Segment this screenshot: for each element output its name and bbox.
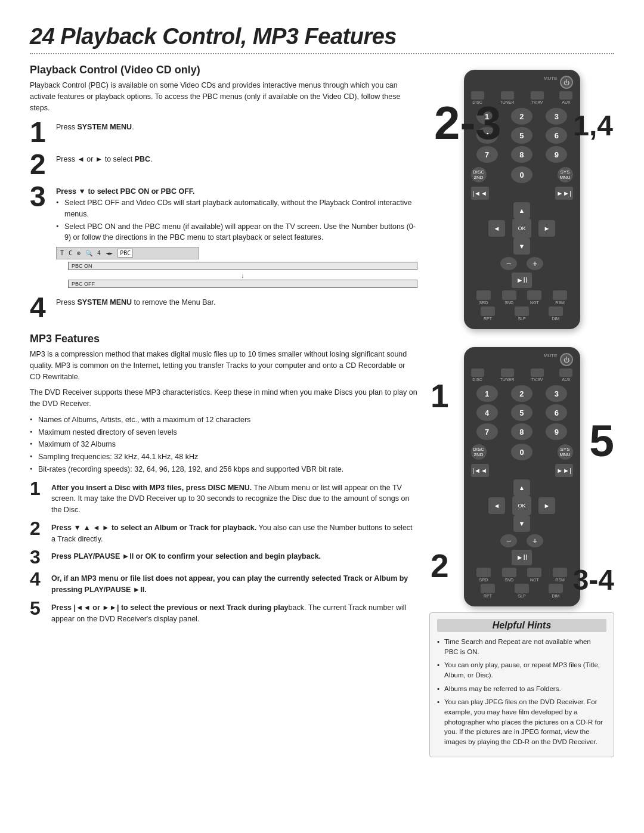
bot-disc-btn[interactable]: DISC (471, 368, 484, 382)
step-3-bullet-1: Select PBC OFF and Video CDs will start … (56, 197, 417, 220)
tvav-btn[interactable]: TV/AV (531, 91, 544, 104)
mp3-feature-3: Maximum of 32 Albums (30, 439, 417, 450)
surround-btn[interactable]: SRD (476, 290, 491, 305)
hint-3: Albums may be referred to as Folders. (437, 684, 606, 694)
bot-power-button[interactable]: ⏻ (560, 353, 573, 366)
step-4-text: Press SYSTEM MENU to remove the Menu Bar… (56, 297, 215, 308)
bot-dpad-right[interactable]: ► (538, 497, 555, 514)
dpad-left[interactable]: ◄ (488, 220, 505, 237)
bot-tuner-btn[interactable]: TUNER (500, 368, 514, 382)
bot-repeat-btn[interactable]: RPT (481, 584, 495, 598)
vol-plus[interactable]: + (527, 257, 543, 270)
bot-num-7[interactable]: 7 (476, 423, 498, 440)
step-1-row: 1 Press SYSTEM MENU. (30, 118, 417, 147)
aux-btn[interactable]: AUX (559, 91, 572, 104)
bot-mute-label: MUTE (544, 353, 558, 366)
bot-surround-btn[interactable]: SRD (476, 568, 491, 582)
bot-num-0[interactable]: 0 (511, 444, 532, 460)
menu-item-4: 4 (97, 250, 101, 256)
mp3-step-2-row: 2 Press ▼ ▲ ◄ ► to select an Album or Tr… (30, 519, 417, 545)
bot-dim-btn[interactable]: DIM (549, 584, 563, 598)
sleep-btn[interactable]: SLP (515, 306, 529, 321)
mp3-step-4-row: 4 Or, if an MP3 menu or file list does n… (30, 569, 417, 596)
mp3-step-2-num: 2 (30, 519, 48, 538)
section1-intro: Playback Control (PBC) is available on s… (30, 80, 417, 113)
prev-btn[interactable]: |◄◄ (471, 187, 489, 200)
menu-item-search: 🔍 (85, 250, 92, 256)
bot-disc-2nd[interactable]: DISC2ND (471, 444, 487, 460)
bot-num-6[interactable]: 6 (546, 404, 567, 421)
bot-vol-row: − + (471, 534, 573, 547)
num-8[interactable]: 8 (511, 146, 532, 163)
mp3-step-3-row: 3 Press PLAY/PAUSE ►II or OK to confirm … (30, 547, 417, 566)
num-6[interactable]: 6 (546, 127, 567, 144)
repeat-btn[interactable]: RPT (481, 306, 495, 321)
bot-aux-btn[interactable]: AUX (559, 368, 572, 382)
bot-vol-minus[interactable]: − (500, 534, 517, 547)
play-pause-btn[interactable]: ►II (512, 272, 532, 288)
bot-sound-btn[interactable]: SND (502, 568, 516, 582)
bot-dpad: ▲ ◄ OK ► ▼ (471, 479, 573, 532)
bot-num-2[interactable]: 2 (511, 385, 532, 402)
step-1-content: Press SYSTEM MENU. (56, 118, 134, 133)
dpad: ▲ ◄ OK ► ▼ (471, 202, 573, 255)
num-9[interactable]: 9 (546, 146, 567, 163)
menu-item-pbc: PBC (117, 249, 133, 258)
bot-num-3[interactable]: 3 (546, 385, 567, 402)
mp3-feature-5: Bit-rates (recording speeds): 32, 64, 96… (30, 464, 417, 475)
bot-vol-plus[interactable]: + (527, 534, 543, 547)
bot-num-9[interactable]: 9 (546, 423, 567, 440)
bot-play-pause-btn[interactable]: ►II (512, 550, 532, 565)
mp3-feature-4: Sampling frequencies: 32 kHz, 44.1 kHz, … (30, 451, 417, 463)
bot-next-btn[interactable]: ►►| (555, 464, 573, 477)
sound-btn[interactable]: SND (502, 290, 516, 305)
power-button[interactable]: ⏻ (560, 76, 573, 89)
tuner-btn[interactable]: TUNER (500, 91, 514, 104)
mp3-features-list: Names of Albums, Artists, etc., with a m… (30, 414, 417, 475)
bot-num-8[interactable]: 8 (511, 423, 532, 440)
remote-bot-top-bar: MUTE ⏻ (471, 353, 573, 366)
bot-night-btn[interactable]: NGT (527, 568, 541, 582)
mp3-step-1-num: 1 (30, 479, 48, 498)
bot-tvav-btn[interactable]: TV/AV (531, 368, 544, 382)
bot-dpad-mid-row: ◄ OK ► (488, 496, 555, 515)
step-1-number: 1 (30, 118, 51, 147)
bot-num-5[interactable]: 5 (511, 404, 532, 421)
mp3-step-3-text: Press PLAY/PAUSE ►II or OK to confirm yo… (51, 551, 321, 562)
dpad-right[interactable]: ► (538, 220, 555, 237)
bot-sleep-btn[interactable]: SLP (515, 584, 529, 598)
dpad-down[interactable]: ▼ (513, 238, 530, 255)
right-column: 2-3 MUTE ⏻ DISC TUNER TV/AV AUX 1 2 (429, 64, 614, 757)
dpad-up[interactable]: ▲ (513, 202, 530, 219)
night-btn[interactable]: NGT (527, 290, 541, 305)
bot-prev-btn[interactable]: |◄◄ (471, 464, 489, 477)
bot-transport-row: |◄◄ ►►| (471, 464, 573, 477)
bot-dpad-left[interactable]: ◄ (488, 497, 505, 514)
disc-2nd[interactable]: DISC2ND (471, 167, 487, 183)
vol-minus[interactable]: − (500, 257, 517, 270)
next-btn[interactable]: ►►| (555, 187, 573, 200)
num-0[interactable]: 0 (511, 166, 532, 183)
hints-list: Time Search and Repeat are not available… (437, 637, 606, 747)
ok-btn[interactable]: OK (512, 219, 531, 238)
bot-dpad-down[interactable]: ▼ (513, 515, 530, 532)
bot-num-1[interactable]: 1 (476, 385, 498, 402)
menu-bar-display: T C ⊕ 🔍 4 ◄► PBC (56, 247, 199, 259)
bot-source-row: DISC TUNER TV/AV AUX (471, 368, 573, 382)
bot-sys-menu[interactable]: SYSMNU (558, 444, 573, 460)
system-menu-btn[interactable]: SYSMNU (558, 167, 573, 183)
resume-btn[interactable]: RSM (553, 290, 567, 305)
dpad-mid-row: ◄ OK ► (488, 219, 555, 238)
section2-intro1: MP3 is a compression method that makes d… (30, 349, 417, 382)
num-5[interactable]: 5 (511, 127, 532, 144)
step-3-bullet-2: Select PBC ON and the PBC menu (if avail… (56, 221, 417, 244)
dim-btn[interactable]: DIM (549, 306, 563, 321)
bot-num-4[interactable]: 4 (476, 404, 498, 421)
num-2[interactable]: 2 (511, 108, 532, 125)
bot-ok-btn[interactable]: OK (512, 496, 531, 515)
num-3[interactable]: 3 (546, 108, 567, 125)
bot-resume-btn[interactable]: RSM (553, 568, 567, 582)
play-row: ►II (471, 272, 573, 288)
page-title: 24 Playback Control, MP3 Features (30, 24, 614, 49)
bot-dpad-up[interactable]: ▲ (513, 479, 530, 496)
